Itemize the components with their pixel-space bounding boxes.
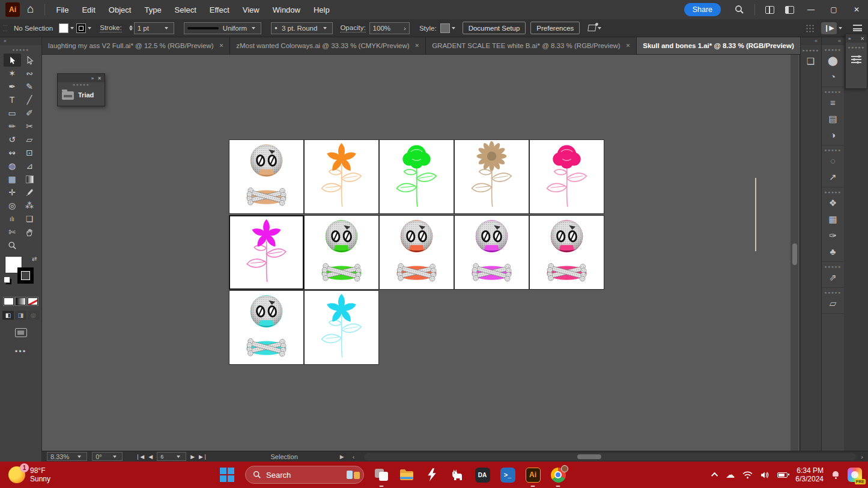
gradient-icon[interactable]: ◔ (822, 69, 844, 85)
graph-tool[interactable]: ılı (4, 212, 21, 225)
illustrator-icon[interactable]: Ai (525, 467, 541, 483)
menu-effect[interactable]: Effect (204, 3, 235, 17)
onedrive-icon[interactable]: ☁ (726, 469, 735, 480)
stroke-stepper[interactable] (129, 25, 133, 31)
home-icon[interactable]: ⌂ (27, 2, 34, 16)
artboard-1[interactable] (229, 139, 304, 214)
clock[interactable]: 6:34 PM 6/3/2024 (795, 466, 824, 483)
slice-tool[interactable]: ✄ (4, 225, 21, 239)
screen-mode-button[interactable] (15, 328, 27, 337)
symbols-icon[interactable]: ♣ (822, 243, 844, 260)
zoom-level-select[interactable]: 8.33% (47, 452, 87, 461)
type-tool[interactable]: T (4, 93, 21, 106)
draw-inside-mode[interactable]: ◎ (28, 311, 39, 320)
artboard-8[interactable] (379, 215, 454, 290)
maximize-button[interactable]: ▢ (822, 0, 845, 19)
artboard-6[interactable] (229, 215, 304, 290)
collapse-panel-chevron[interactable]: » (91, 76, 94, 81)
free-transform-tool[interactable]: ⊡ (21, 146, 38, 159)
artboard-12[interactable] (304, 290, 379, 365)
document-tab-2[interactable]: zMost wanted Colorways.ai @ 33.33 % (CMY… (230, 37, 426, 54)
powershell-icon[interactable]: >_ (500, 467, 515, 483)
brush-definition-select[interactable]: ●3 pt. Round (271, 22, 333, 34)
close-icon[interactable]: ✕ (97, 76, 102, 81)
battery-icon[interactable] (777, 472, 788, 478)
perspective-grid-tool[interactable]: ⊿ (21, 159, 38, 172)
menu-window[interactable]: Window (267, 3, 306, 17)
snap-options-icon[interactable] (588, 25, 597, 31)
magic-wand-tool[interactable]: ✶ (4, 67, 21, 80)
artboard-5[interactable] (529, 139, 604, 214)
share-button[interactable]: Share (684, 3, 721, 16)
panel-drag-handle[interactable]: ●●●●● (58, 82, 105, 87)
chevron-down-icon[interactable] (839, 27, 842, 29)
gradient-button[interactable] (16, 297, 26, 305)
swap-fill-stroke-icon[interactable]: ⇄ (32, 255, 37, 262)
style-swatch[interactable] (440, 23, 450, 33)
search-input[interactable]: Search (245, 466, 364, 484)
color-button[interactable] (4, 297, 14, 305)
scroll-right-chevron[interactable]: › (861, 453, 863, 460)
copilot-icon[interactable]: PRE (848, 468, 862, 482)
collapse-dock-chevron[interactable]: « (801, 37, 821, 45)
menu-view[interactable]: View (237, 3, 266, 17)
zoom-tool[interactable] (4, 239, 21, 252)
rotation-select[interactable]: 0° (92, 452, 123, 461)
collapse-dock-chevron[interactable]: « (822, 37, 844, 45)
fill-swatch[interactable] (59, 23, 68, 33)
menu-file[interactable]: File (50, 3, 74, 17)
lasso-tool[interactable]: ∾ (21, 67, 38, 80)
curvature-tool[interactable]: ✎ (21, 80, 38, 93)
panel-drag-handle[interactable]: ●●●●● (822, 148, 844, 153)
properties-sliders-icon[interactable] (851, 55, 861, 64)
stroke-label[interactable]: Stroke: (100, 24, 121, 32)
hidden-icons-chevron[interactable] (711, 472, 718, 479)
3d-materials-icon[interactable]: ❑ (801, 53, 821, 69)
rectangle-tool[interactable]: ▭ (4, 106, 21, 120)
drag-grip[interactable]: ⋮⋮ (2, 23, 8, 34)
weather-widget[interactable]: 1 98°F Sunny (8, 466, 50, 483)
rotate-tool[interactable]: ↺ (4, 133, 21, 146)
start-button[interactable] (220, 468, 234, 482)
close-tab-icon[interactable]: ✕ (415, 43, 420, 49)
document-setup-button[interactable]: Document Setup (463, 22, 526, 34)
stroke-swatch[interactable] (76, 23, 86, 33)
artboard-10[interactable] (529, 215, 604, 290)
eyedropper-tool[interactable] (21, 186, 38, 199)
asset-export-icon[interactable]: ↗ (822, 169, 844, 185)
selection-tool[interactable] (4, 53, 21, 67)
expand-panel-chevron[interactable]: » (848, 36, 851, 41)
line-segment-tool[interactable]: ╱ (21, 93, 38, 106)
document-tab-4[interactable]: Skull and bones 1.ai* @ 8.33 % (RGB/Prev… (637, 37, 810, 54)
close-tab-icon[interactable]: ✕ (626, 43, 631, 49)
menu-type[interactable]: Type (138, 3, 167, 17)
transparency-icon[interactable]: ◑ (822, 127, 844, 143)
layers-icon[interactable]: ❖ (822, 195, 844, 211)
artboard-2[interactable] (304, 139, 379, 214)
chevron-down-icon[interactable] (88, 27, 91, 29)
width-tool[interactable]: ↭ (4, 146, 21, 159)
artboard-number-select[interactable]: 6 (157, 452, 186, 461)
horizontal-scrollbar[interactable] (364, 453, 856, 460)
shape-builder-tool[interactable]: ◍ (4, 159, 21, 172)
width-profile-select[interactable]: Uniform (184, 22, 261, 34)
export-icon[interactable]: ⇗ (822, 269, 844, 285)
puppet-warp-tool[interactable]: ✛ (4, 186, 21, 199)
artboard-7[interactable] (304, 215, 379, 290)
volume-icon[interactable] (760, 471, 769, 479)
artboard-tool[interactable]: ❏ (21, 212, 38, 225)
panel-drag-handle[interactable]: ●●●●● (822, 190, 844, 195)
scroll-left-chevron[interactable]: ‹ (353, 453, 355, 460)
artboard-9[interactable] (454, 215, 529, 290)
close-tab-icon[interactable]: ✕ (219, 43, 224, 49)
stroke-weight-select[interactable]: 1 pt (134, 22, 174, 34)
minimize-button[interactable]: — (800, 0, 822, 19)
search-icon[interactable] (735, 5, 744, 14)
shaper-tool[interactable]: ✏ (4, 120, 21, 133)
chevron-down-icon[interactable] (70, 27, 74, 29)
close-button[interactable]: ✕ (845, 0, 868, 19)
links-icon[interactable]: ▦ (822, 211, 844, 227)
artboard-3[interactable] (379, 139, 454, 214)
none-button[interactable] (28, 297, 38, 305)
panel-layout-toggle[interactable]: ❙▶ (821, 22, 837, 34)
